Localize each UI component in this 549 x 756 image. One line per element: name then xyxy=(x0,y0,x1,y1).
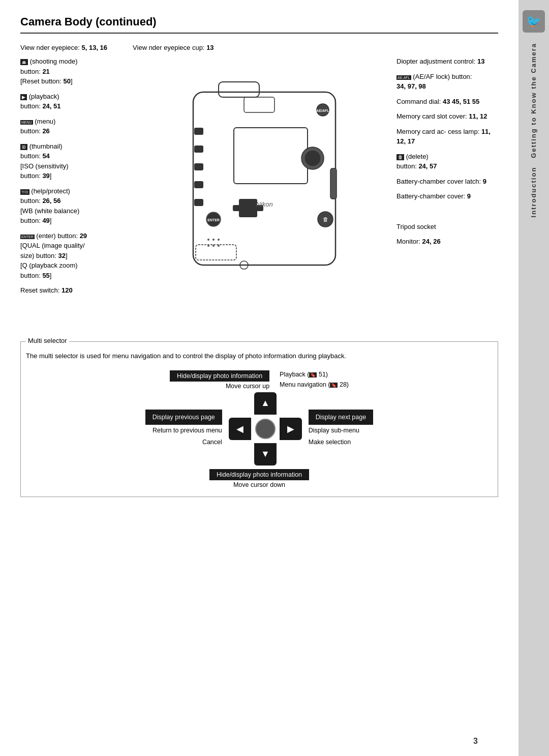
selector-top-info: Hide/display photo information Move curs… xyxy=(26,369,493,390)
move-cursor-down-label: Move cursor down xyxy=(233,481,285,488)
svg-rect-20 xyxy=(194,199,203,206)
dpad-empty-tr xyxy=(278,391,303,416)
svg-point-7 xyxy=(304,150,321,166)
svg-rect-16 xyxy=(194,128,203,135)
svg-rect-19 xyxy=(194,181,203,188)
page-title: Camera Body (continued) xyxy=(20,15,498,34)
hide-display-top-label: Hide/display photo information xyxy=(170,370,269,382)
svg-rect-2 xyxy=(234,128,308,184)
display-next-page-label: Display next page xyxy=(309,410,373,425)
camera-body-area: ⏏ (shooting mode)button: 21[Reset button… xyxy=(20,56,498,331)
shooting-mode-icon: ⏏ xyxy=(20,59,28,65)
svg-point-25 xyxy=(212,239,215,241)
multi-selector-section: Multi selector The multi selector is use… xyxy=(20,341,498,497)
dpad-left-arrow[interactable]: ◀ xyxy=(229,418,251,440)
playback-label: ▶ (playback)button: 24, 51 xyxy=(20,92,132,111)
left-labels: ⏏ (shooting mode)button: 21[Reset button… xyxy=(20,56,132,331)
memory-card-access-label: Memory card ac- cess lamp: 11, 12, 17 xyxy=(396,127,498,147)
svg-rect-13 xyxy=(196,245,236,260)
display-prev-page-label: Display previous page xyxy=(145,410,222,425)
reset-switch-label: Reset switch: 120 xyxy=(20,285,132,296)
dpad-empty-br xyxy=(278,442,303,467)
selector-bottom-labels: Hide/display photo information Move curs… xyxy=(209,469,309,488)
selector-right-labels: Display next page Display sub-menu Make … xyxy=(309,410,373,448)
dpad-empty-bl xyxy=(227,442,253,467)
monitor-label: Monitor: 24, 26 xyxy=(396,237,498,247)
battery-chamber-latch-label: Battery-chamber cover latch: 9 xyxy=(396,177,498,187)
diopter-label: Diopter adjustment control: 13 xyxy=(396,56,498,67)
top-label-right: View nder eyepiece cup: 13 xyxy=(133,44,214,51)
svg-point-26 xyxy=(218,239,220,241)
dpad-up-cell[interactable]: ▲ xyxy=(253,391,278,416)
dpad-up-arrow[interactable]: ▲ xyxy=(254,392,277,415)
display-submenu-label: Display sub-menu xyxy=(309,425,359,437)
dpad-center-cell[interactable] xyxy=(253,416,278,442)
menu-nav-label: Menu navigation (🔖 28) xyxy=(280,380,349,390)
camera-illustration: AE/AFL 🗑 xyxy=(132,56,396,331)
cancel-label: Cancel xyxy=(202,437,222,448)
thumbnail-icon: ⊞ xyxy=(20,144,27,150)
menu-icon: MENU xyxy=(20,120,33,125)
svg-text:Nikon: Nikon xyxy=(256,200,272,208)
help-protect-icon: ?/⊙ xyxy=(20,189,29,195)
svg-rect-1 xyxy=(219,82,259,97)
svg-rect-17 xyxy=(194,146,203,153)
svg-text:🗑: 🗑 xyxy=(323,216,328,222)
tripod-socket-label: Tripod socket xyxy=(396,222,498,232)
svg-point-28 xyxy=(212,245,215,247)
ae-af-icon: AE-AFL xyxy=(396,75,411,80)
svg-point-29 xyxy=(218,245,220,247)
return-prev-menu-label: Return to previous menu xyxy=(152,425,222,437)
svg-rect-3 xyxy=(244,97,274,112)
dpad-cross[interactable]: ▲ ◀ ▶ ▼ xyxy=(227,391,303,467)
delete-icon: 🗑 xyxy=(396,154,404,160)
svg-rect-15 xyxy=(330,168,337,199)
enter-label: ENTER (enter) button: 29[QUAL (image qua… xyxy=(20,231,132,281)
thumbnail-label: ⊞ (thumbnail)button: 54[ISO (sensitivity… xyxy=(20,141,132,181)
hide-display-bottom-label: Hide/display photo information xyxy=(209,469,309,480)
playback-label-right: Playback (🔖 51) xyxy=(280,369,349,380)
dpad-left-cell[interactable]: ◀ xyxy=(227,416,253,442)
top-label-left: View nder eyepiece: 5, 13, 16 xyxy=(20,44,107,51)
svg-rect-18 xyxy=(194,163,203,170)
dpad-down-arrow[interactable]: ▼ xyxy=(254,443,277,466)
battery-chamber-cover-label: Battery-chamber cover: 9 xyxy=(396,191,498,201)
command-dial-label: Command dial: 43 45, 51 55 xyxy=(396,97,498,107)
playback-menu-nav-labels: Playback (🔖 51) Menu navigation (🔖 28) xyxy=(280,369,349,390)
dpad-empty-tl xyxy=(227,391,253,416)
bird-icon: 🐦 xyxy=(523,10,545,33)
sidebar-section-text: Introduction Getting to Know the Camera xyxy=(529,43,539,217)
ae-af-lock-label: AE-AFL (AE/AF lock) button:34, 97, 98 xyxy=(396,72,498,92)
selector-left-labels: Display previous page Return to previous… xyxy=(145,410,222,448)
selector-diagram: Hide/display photo information Move curs… xyxy=(26,369,493,488)
svg-point-27 xyxy=(207,245,209,247)
svg-point-24 xyxy=(207,239,209,241)
delete-button-label: 🗑 (delete)button: 24, 57 xyxy=(396,152,498,171)
page-number: 3 xyxy=(473,737,478,746)
dpad-right-cell[interactable]: ▶ xyxy=(278,416,303,442)
shooting-mode-label: ⏏ (shooting mode)button: 21[Reset button… xyxy=(20,56,132,86)
dpad-center-button[interactable] xyxy=(255,419,276,439)
dpad-right-arrow[interactable]: ▶ xyxy=(280,418,302,440)
top-labels-row: View nder eyepiece: 5, 13, 16 View nder … xyxy=(20,44,498,51)
main-content: Camera Body (continued) View nder eyepie… xyxy=(0,0,518,756)
move-cursor-up-label: Move cursor up xyxy=(226,383,269,390)
svg-text:ENTER: ENTER xyxy=(207,218,220,222)
dpad-down-cell[interactable]: ▼ xyxy=(253,442,278,467)
camera-svg: AE/AFL 🗑 xyxy=(178,72,351,316)
right-labels: Diopter adjustment control: 13 AE-AFL (A… xyxy=(396,56,498,331)
multi-selector-title: Multi selector xyxy=(26,337,69,344)
playback-icon: ▶ xyxy=(20,94,27,100)
memory-card-slot-label: Memory card slot cover: 11, 12 xyxy=(396,111,498,122)
svg-text:AE/AFL: AE/AFL xyxy=(316,109,329,112)
help-protect-label: ?/⊙ (help/protect)button: 26, 56[WB (whi… xyxy=(20,186,132,226)
enter-icon: ENTER xyxy=(20,235,35,239)
selector-middle: Display previous page Return to previous… xyxy=(26,391,493,467)
multi-selector-description: The multi selector is used for menu navi… xyxy=(26,351,493,361)
sidebar: 🐦 Introduction Getting to Know the Camer… xyxy=(518,0,549,756)
svg-rect-0 xyxy=(193,92,336,265)
menu-label: MENU (menu)button: 26 xyxy=(20,117,132,136)
make-selection-label: Make selection xyxy=(309,437,351,448)
